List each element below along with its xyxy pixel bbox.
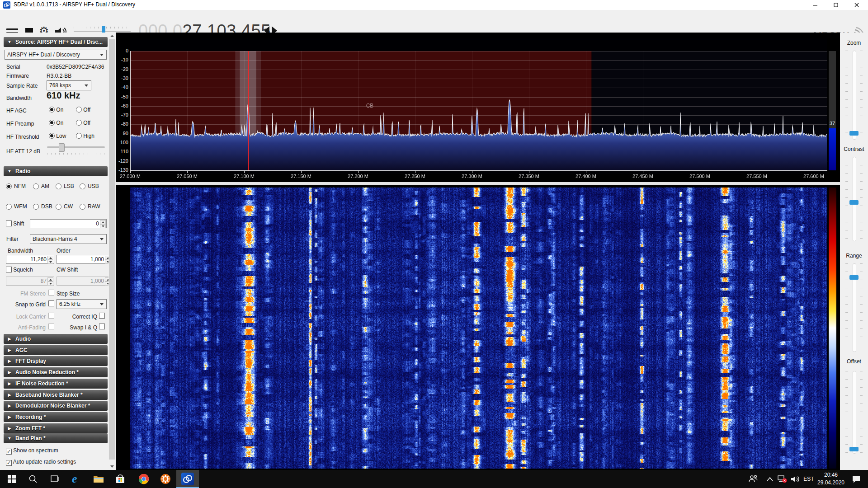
sidebar-scrollbar[interactable] bbox=[108, 33, 116, 470]
scrollbar-thumb[interactable] bbox=[109, 39, 115, 460]
action-center-icon[interactable] bbox=[847, 470, 865, 488]
filter-label: Filter bbox=[6, 236, 19, 242]
auto-update-radio-settings-checkbox[interactable]: ✓ Auto update radio settings bbox=[6, 459, 76, 466]
anti-fading-label: Anti-Fading bbox=[9, 324, 46, 331]
hf-agc-on-radio[interactable]: On bbox=[49, 107, 63, 113]
hf-agc-off-radio[interactable]: Off bbox=[76, 107, 90, 113]
panel-header-if-noise-reduction[interactable]: ▶IF Noise Reduction * bbox=[4, 379, 108, 389]
task-view-icon[interactable] bbox=[44, 470, 64, 488]
range-slider-thumb[interactable] bbox=[849, 275, 859, 280]
offset-slider-thumb[interactable] bbox=[849, 447, 859, 451]
anti-fading-checkbox[interactable] bbox=[48, 324, 54, 330]
people-icon[interactable] bbox=[745, 470, 761, 488]
mode-radio-wfm[interactable]: WFM bbox=[6, 203, 33, 210]
show-on-spectrum-checkbox[interactable]: ✓ Show on spectrum bbox=[6, 447, 58, 455]
minimize-button[interactable] bbox=[805, 0, 826, 10]
mode-radio-am[interactable]: AM bbox=[33, 183, 56, 189]
contrast-slider[interactable] bbox=[853, 157, 856, 241]
hf-preamp-off-radio[interactable]: Off bbox=[76, 120, 90, 126]
db-tick-label: -100 bbox=[116, 140, 128, 145]
panel-header-radio[interactable]: ▼ Radio bbox=[4, 166, 108, 176]
db-tick-label: -110 bbox=[116, 149, 128, 154]
swap-iq-checkbox[interactable] bbox=[99, 324, 105, 330]
signal-meter-value: 37 bbox=[829, 121, 836, 126]
chrome-icon[interactable] bbox=[134, 470, 154, 488]
lock-carrier-checkbox[interactable] bbox=[48, 313, 54, 319]
waterfall-canvas[interactable] bbox=[130, 188, 827, 469]
mode-radio-usb[interactable]: USB bbox=[80, 183, 104, 189]
panel-header-audio-noise-reduction[interactable]: ▶Audio Noise Reduction * bbox=[4, 367, 108, 377]
language-indicator[interactable]: EST bbox=[801, 470, 816, 488]
close-button[interactable] bbox=[846, 0, 867, 10]
hf-threshold-low-radio[interactable]: Low bbox=[49, 133, 66, 139]
file-explorer-icon[interactable] bbox=[89, 470, 108, 488]
display-area: 0-10-20-30-40-50-60-70-80-90-100-110-120… bbox=[116, 33, 840, 470]
panel-header-agc[interactable]: ▶AGC bbox=[4, 345, 108, 355]
fm-stereo-checkbox[interactable] bbox=[48, 290, 54, 296]
bandwidth-stepper[interactable] bbox=[47, 256, 53, 264]
spectrum-canvas[interactable] bbox=[130, 38, 827, 174]
shift-stepper[interactable] bbox=[100, 220, 106, 228]
panel-header-source[interactable]: ▼ Source: AIRSPY HF+ Dual / Disc... bbox=[4, 37, 108, 47]
device-select[interactable]: AIRSPY HF+ Dual / Discovery bbox=[5, 50, 107, 60]
scroll-up-icon[interactable] bbox=[108, 33, 116, 39]
contrast-slider-thumb[interactable] bbox=[849, 200, 859, 205]
microsoft-store-icon[interactable] bbox=[110, 470, 130, 488]
panel-header-baseband-noise-blanker[interactable]: ▶Baseband Noise Blanker * bbox=[4, 390, 108, 400]
filter-bandwidth-input[interactable]: 11,260 bbox=[6, 255, 54, 264]
firmware-label: Firmware bbox=[6, 73, 29, 79]
order-input[interactable]: 1,000 bbox=[57, 255, 112, 264]
mode-radio-raw[interactable]: RAW bbox=[80, 203, 104, 210]
network-disconnected-icon[interactable] bbox=[775, 470, 789, 488]
shift-checkbox[interactable]: Shift bbox=[6, 221, 24, 227]
mode-radio-lsb[interactable]: LSB bbox=[56, 183, 80, 189]
collapse-arrow-icon: ▼ bbox=[4, 40, 15, 44]
snap-to-grid-checkbox[interactable] bbox=[48, 300, 54, 307]
edge-icon[interactable]: e bbox=[67, 470, 87, 488]
panel-header-zoom-fft[interactable]: ▶Zoom FFT * bbox=[4, 423, 108, 433]
frequency-tick-label: 27.000 M bbox=[112, 174, 148, 179]
zoom-slider[interactable] bbox=[853, 51, 856, 140]
offset-slider[interactable] bbox=[853, 371, 856, 454]
mode-radio-dsb[interactable]: DSB bbox=[33, 203, 56, 210]
filter-select[interactable]: Blackman-Harris 4 bbox=[30, 234, 107, 244]
swap-iq-label: Swap I & Q bbox=[59, 324, 97, 331]
order-label: Order bbox=[57, 248, 71, 254]
panel-header-band-plan[interactable]: ▼ Band Plan * bbox=[4, 433, 108, 443]
panel-header-demodulator-noise-blanker[interactable]: ▶Demodulator Noise Blanker * bbox=[4, 401, 108, 411]
search-icon[interactable] bbox=[23, 470, 43, 488]
squelch-stepper[interactable] bbox=[47, 277, 53, 286]
cw-shift-input[interactable]: 1,000 bbox=[57, 277, 112, 286]
toolbar: ⚙ 000.027.103.455 AIRSPY bbox=[0, 10, 868, 33]
sample-rate-value: 768 ksps bbox=[49, 82, 71, 89]
hf-att-slider-thumb[interactable] bbox=[59, 143, 65, 152]
settings-app-icon[interactable] bbox=[156, 470, 175, 488]
scroll-down-icon[interactable] bbox=[108, 463, 116, 470]
titlebar: SDR# v1.0.0.1713 - AIRSPY HF+ Dual / Dis… bbox=[0, 0, 868, 10]
hf-threshold-high-radio[interactable]: High bbox=[76, 133, 94, 139]
squelch-input[interactable]: 87 bbox=[6, 277, 54, 286]
clock[interactable]: 20:46 29.04.2020 bbox=[816, 471, 845, 487]
panel-header-recording[interactable]: ▶Recording * bbox=[4, 412, 108, 422]
maximize-button[interactable] bbox=[826, 0, 846, 10]
start-button[interactable] bbox=[2, 470, 22, 488]
panel-header-audio[interactable]: ▶Audio bbox=[4, 334, 108, 344]
sdrsharp-taskbar-button[interactable] bbox=[176, 470, 199, 488]
step-size-select[interactable]: 6.25 kHz bbox=[57, 299, 107, 309]
sample-rate-select[interactable]: 768 ksps bbox=[47, 80, 91, 90]
clock-date: 29.04.2020 bbox=[816, 479, 845, 487]
zoom-slider-thumb[interactable] bbox=[849, 131, 859, 136]
mode-radio-nfm[interactable]: NFM bbox=[6, 183, 33, 189]
shift-input[interactable]: 0 bbox=[30, 219, 107, 228]
mode-radio-cw[interactable]: CW bbox=[56, 203, 80, 210]
bandwidth-value: 610 kHz bbox=[47, 90, 80, 101]
collapse-arrow-icon: ▼ bbox=[4, 436, 15, 441]
panel-header-fft-display[interactable]: ▶FFT Display bbox=[4, 356, 108, 366]
signal-meter-bar bbox=[829, 128, 836, 170]
expand-arrow-icon: ▶ bbox=[4, 426, 15, 431]
hf-preamp-on-radio[interactable]: On bbox=[49, 120, 63, 126]
correct-iq-checkbox[interactable] bbox=[99, 313, 105, 319]
slider-ticks bbox=[845, 263, 848, 351]
app-icon bbox=[3, 1, 10, 9]
squelch-checkbox[interactable]: Squelch bbox=[6, 267, 33, 273]
